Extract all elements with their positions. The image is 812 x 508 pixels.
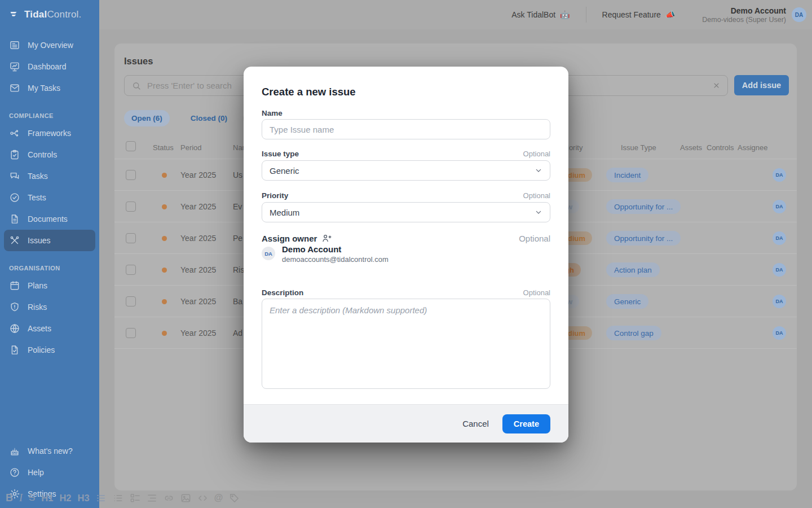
code-button[interactable] (197, 493, 208, 503)
issue-type-badge: Generic (606, 294, 648, 309)
assignee-avatar: DA (773, 326, 786, 340)
chevron-down-icon (534, 166, 543, 175)
ordered-list-button[interactable] (96, 493, 107, 503)
document-icon (9, 213, 20, 225)
logo[interactable]: TidalControl. (0, 0, 99, 25)
name-cell: Pe (233, 234, 242, 243)
sidebar-item-label: Controls (28, 150, 57, 159)
topbar-divider (586, 7, 586, 23)
cancel-button[interactable]: Cancel (462, 419, 489, 428)
assignee-avatar: DA (773, 231, 786, 245)
tag-button[interactable] (229, 493, 240, 503)
bullet-list-button[interactable] (113, 493, 123, 503)
priority-select[interactable]: Medium (262, 202, 550, 222)
col-period: Period (180, 143, 202, 152)
issue-type-select[interactable]: Generic (262, 160, 550, 181)
sidebar-item-label: Dashboard (28, 62, 67, 71)
sidebar-item-my-tasks[interactable]: My Tasks (4, 77, 95, 99)
row-checkbox[interactable] (126, 233, 136, 243)
sidebar-section-compliance: COMPLIANCE (9, 112, 90, 119)
heading3-button[interactable]: H3 (78, 493, 90, 503)
topbar: Ask TidalBot 🤖 Request Feature 📣 Demo Ac… (99, 0, 812, 29)
sidebar-item-tasks[interactable]: Tasks (4, 165, 95, 187)
ask-tidalbot-label: Ask TidalBot (511, 10, 555, 19)
issue-name-input[interactable] (262, 119, 550, 139)
sidebar-item-help[interactable]: Help (4, 462, 95, 483)
issue-type-badge: Control gap (606, 326, 661, 340)
person-plus-icon[interactable] (321, 233, 332, 243)
page-title: Issues (124, 56, 153, 67)
select-all-checkbox[interactable] (126, 141, 136, 151)
logo-text: TidalControl. (24, 9, 82, 20)
task-list-button[interactable] (130, 493, 140, 503)
sidebar-item-label: Assets (28, 324, 51, 333)
heading2-button[interactable]: H2 (59, 493, 71, 503)
link-button[interactable] (164, 493, 174, 503)
ask-tidalbot-button[interactable]: Ask TidalBot 🤖 (511, 10, 570, 19)
status-dot (162, 173, 167, 178)
row-checkbox[interactable] (126, 296, 136, 306)
assign-owner-text: Assign owner (262, 234, 317, 243)
period-cell: Year 2025 (180, 329, 216, 338)
sidebar-item-whats-new[interactable]: What's new? (4, 440, 95, 462)
account-info[interactable]: Demo Account Demo-videos (Super User) (702, 6, 786, 24)
name-cell: Ris (233, 265, 244, 274)
add-issue-button[interactable]: Add issue (734, 75, 789, 95)
sidebar-item-controls[interactable]: Controls (4, 144, 95, 165)
sidebar-item-dashboard[interactable]: Dashboard (4, 56, 95, 77)
bold-button[interactable]: B (6, 492, 13, 504)
assignee-avatar: DA (773, 263, 786, 277)
sidebar-item-issues[interactable]: Issues (4, 230, 95, 251)
sidebar-item-label: Frameworks (28, 129, 71, 138)
row-checkbox[interactable] (126, 170, 136, 180)
name-cell: Ad (233, 329, 242, 338)
sidebar-item-plans[interactable]: Plans (4, 275, 95, 296)
tab-open[interactable]: Open (6) (124, 110, 170, 126)
period-cell: Year 2025 (180, 202, 216, 211)
indent-list-button[interactable] (147, 493, 157, 503)
owner-email: demoaccounts@tidalcontrol.com (282, 255, 389, 264)
sidebar-item-label: Tasks (28, 172, 48, 181)
tab-closed[interactable]: Closed (0) (183, 110, 235, 126)
image-button[interactable] (180, 493, 191, 503)
account-avatar[interactable]: DA (792, 7, 806, 22)
issue-type-badge: Opportunity for ... (606, 199, 681, 214)
clear-search-icon[interactable] (712, 81, 721, 90)
issue-type-badge: Action plan (606, 262, 660, 277)
priority-value: Medium (270, 208, 299, 217)
period-cell: Year 2025 (180, 265, 216, 274)
mention-button[interactable]: @ (214, 493, 223, 503)
assign-owner-label: Assign owner (262, 233, 332, 243)
col-status: Status (153, 143, 174, 152)
status-dot (162, 236, 167, 241)
description-label: Description (262, 288, 303, 297)
markdown-editor-toolbar: B I S H1 H2 H3 @ (6, 490, 240, 506)
row-checkbox[interactable] (126, 328, 136, 338)
sidebar-item-documents[interactable]: Documents (4, 208, 95, 230)
status-dot (162, 331, 167, 336)
request-feature-button[interactable]: Request Feature 📣 (602, 10, 676, 19)
sidebar-item-risks[interactable]: Risks (4, 296, 95, 318)
row-checkbox[interactable] (126, 202, 136, 212)
assignee-avatar: DA (773, 295, 786, 308)
request-feature-label: Request Feature (602, 10, 661, 19)
sidebar-item-policies[interactable]: Policies (4, 339, 95, 361)
description-textarea[interactable] (262, 299, 550, 389)
italic-button[interactable]: I (19, 492, 23, 504)
col-assets: Assets (680, 143, 702, 152)
col-assignee: Assignee (738, 143, 767, 152)
modal-title: Create a new issue (262, 86, 356, 98)
sidebar-item-frameworks[interactable]: Frameworks (4, 122, 95, 144)
strikethrough-button[interactable]: S (29, 492, 35, 503)
heading1-button[interactable]: H1 (41, 493, 53, 503)
row-checkbox[interactable] (126, 265, 136, 275)
issue-type-badge: Incident (606, 168, 648, 182)
search-icon (131, 81, 142, 91)
priority-label: Priority (262, 191, 288, 200)
sidebar-nav: My Overview Dashboard My Tasks COMPLIANC… (0, 34, 99, 361)
sidebar-item-assets[interactable]: Assets (4, 318, 95, 339)
create-button[interactable]: Create (502, 414, 550, 433)
col-controls: Controls (707, 143, 734, 152)
sidebar-item-my-overview[interactable]: My Overview (4, 34, 95, 56)
sidebar-item-tests[interactable]: Tests (4, 187, 95, 208)
